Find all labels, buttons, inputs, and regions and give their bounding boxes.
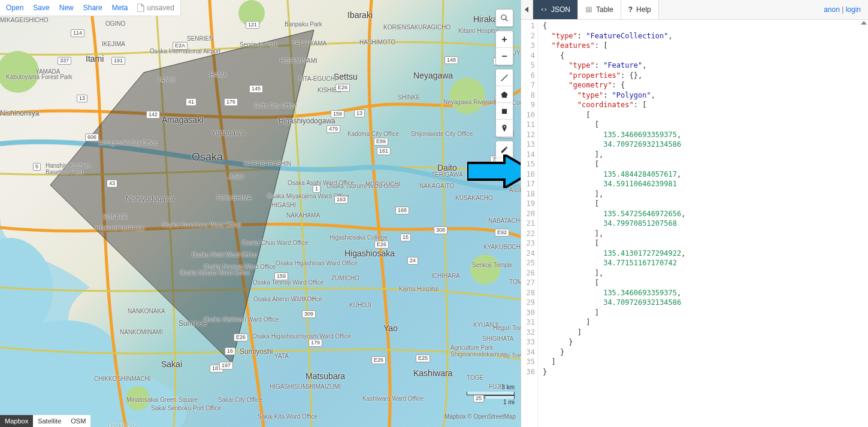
label-higashiyodogawa: Higashiyodogawa	[279, 117, 335, 125]
label-terigawa: TERIGAWA	[431, 171, 463, 178]
tab-table[interactable]: Table	[578, 0, 621, 19]
shield-24: 24	[407, 257, 418, 265]
table-icon	[585, 6, 592, 13]
label-naniwa: Osaka Naniwa Ward Office	[204, 264, 276, 270]
menu-save[interactable]: Save	[33, 4, 49, 12]
menu-new[interactable]: New	[59, 4, 74, 12]
label-chuo: Osaka Chuo Ward Office	[242, 240, 309, 246]
label-osaka-bay: Osaka Bay	[108, 422, 137, 427]
layer-osm[interactable]: OSM	[66, 415, 90, 427]
label-chikkoshinmachi: CHIKKOSHINMACHI	[94, 375, 150, 382]
label-higashiosaka: Higashiosaka	[344, 249, 395, 258]
label-mikageishi: MIKAGEISHICHO	[0, 17, 49, 23]
label-nishinari: Osaka Nishinari Ward Office	[204, 316, 279, 323]
label-hishiminami: HISHIMINAMI	[280, 57, 317, 64]
tab-json-label: JSON	[551, 5, 570, 14]
editor-header: JSON Table ? Help anon | login	[521, 0, 868, 20]
code-editor[interactable]: 1234567891011121314151617181920212223242…	[521, 20, 868, 427]
menu-open[interactable]: Open	[6, 4, 23, 12]
line-icon	[500, 74, 509, 82]
map-road-overlay	[0, 0, 521, 427]
shield-606: 606	[85, 134, 99, 141]
label-yao: Yao	[383, 323, 398, 333]
search-stack	[495, 9, 513, 27]
label-nishi: Osaka Nishi Ward Office	[192, 252, 257, 258]
shield-16: 16	[225, 347, 235, 355]
search-icon	[500, 14, 509, 22]
shield-e5: 5	[33, 163, 41, 171]
scroll-up-icon	[861, 21, 867, 25]
shield-e1: 1	[313, 185, 320, 193]
label-sakai-ward: Sakai Senboku Port Office	[151, 405, 221, 411]
menu-share[interactable]: Share	[83, 4, 102, 12]
label-kijima: Kijima Hospital	[399, 286, 438, 292]
shield-e26b: E26	[374, 241, 389, 249]
shield-41: 41	[186, 98, 196, 106]
layer-satellite[interactable]: Satellite	[33, 415, 66, 427]
tab-help[interactable]: ? Help	[621, 0, 659, 19]
file-status: unsaved	[137, 4, 174, 12]
label-ichihara: ICHIHARA	[431, 272, 460, 279]
shield-145: 145	[249, 85, 263, 93]
label-ogino: OGINO	[105, 20, 125, 27]
label-fukushima: FUKUSHIMA	[216, 195, 252, 201]
label-hashimoto: HASHIMOTO	[359, 39, 395, 46]
layer-mapbox[interactable]: Mapbox	[0, 415, 33, 427]
label-senrien: SENRIEN	[187, 35, 213, 42]
shield-161: 161	[377, 147, 391, 155]
svg-point-3	[470, 255, 500, 284]
label-konohana: Osaka Konohana Ward Office	[162, 222, 241, 228]
login-link[interactable]: login	[846, 5, 861, 14]
tab-help-label: Help	[636, 5, 651, 14]
label-nankonaka: NANKONAKA	[128, 308, 165, 314]
shield-e89: E89	[374, 138, 388, 146]
label-senkoji: Senkoji Temple	[472, 262, 513, 268]
label-banpaku: Banpaku Park	[285, 21, 322, 28]
label-kyakubocho: KYAKUBOCHO	[483, 244, 521, 250]
label-ibaraki: Ibaraki	[347, 10, 373, 20]
label-kashiwara: Kashiwara	[413, 368, 452, 378]
shield-e26a: E26	[335, 84, 350, 92]
shield-163b: 163	[334, 196, 348, 204]
tab-json[interactable]: JSON	[533, 0, 578, 19]
code-area[interactable]: { "type": "FeatureCollection", "features…	[538, 20, 868, 427]
label-yamada: YAMADA	[35, 68, 61, 75]
square-icon	[500, 107, 509, 116]
label-tomio: TOMIO	[509, 278, 521, 285]
scale-bar: 3 km 1 mi	[467, 384, 515, 405]
search-button[interactable]	[496, 10, 513, 26]
map-canvas[interactable]: Itami Amagasaki Nishinomiya Osaka Yodoga…	[0, 0, 521, 427]
label-shigihata: SHIGIHATA	[482, 335, 513, 342]
anon-link[interactable]: anon	[824, 5, 840, 14]
svg-rect-7	[502, 108, 507, 113]
label-kuhoji: KUHOJI	[349, 302, 371, 308]
collapse-panel-button[interactable]	[521, 0, 533, 19]
label-yodogawa: Yodogawa	[211, 129, 245, 137]
map-pane[interactable]: Open Save New Share Meta unsaved	[0, 0, 521, 427]
label-matsubara: Matsubara	[306, 371, 345, 381]
shield-148: 148	[444, 56, 458, 64]
draw-polygon-button[interactable]	[496, 86, 513, 103]
shield-308: 308	[434, 226, 447, 234]
label-settsu: Settsu	[334, 72, 358, 81]
shield-142: 142	[146, 111, 160, 119]
draw-marker-button[interactable]	[496, 120, 513, 137]
label-nabatacho: NABATACHO	[488, 217, 521, 224]
label-hama: HAMA	[210, 72, 227, 78]
edit-icon	[500, 146, 509, 154]
draw-rectangle-button[interactable]	[496, 103, 513, 120]
zoom-in-button[interactable]: +	[496, 31, 513, 48]
label-yata: YATA	[274, 353, 289, 359]
label-ikejima: IKEJIMA	[102, 41, 125, 47]
label-amagasaki-co: Amagasaki City Office	[99, 140, 158, 146]
label-sumiyoshi: Sumiyoshi	[240, 347, 273, 356]
draw-line-button[interactable]	[496, 69, 513, 86]
tab-table-label: Table	[596, 5, 613, 14]
annotation-arrow-icon	[467, 155, 521, 188]
shield-197: 197	[219, 362, 233, 370]
shield-15: 15	[400, 234, 411, 241]
menu-meta[interactable]: Meta	[112, 4, 128, 12]
label-osaka-higashinari: Osaka Higashinari Ward Office	[276, 260, 358, 267]
zoom-out-button[interactable]: −	[496, 48, 513, 65]
app-root: Open Save New Share Meta unsaved	[0, 0, 868, 427]
